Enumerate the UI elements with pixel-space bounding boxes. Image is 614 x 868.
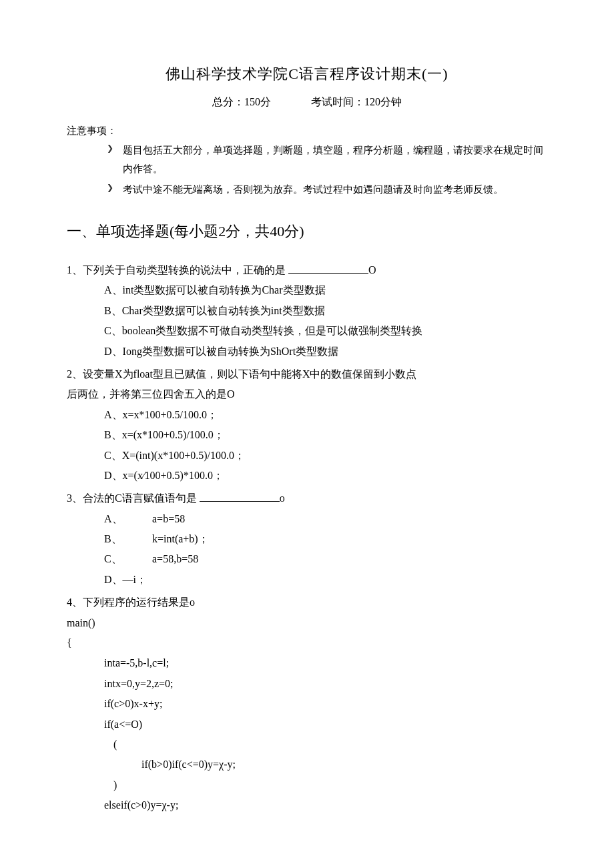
note-item: 题目包括五大部分，单项选择题，判断题，填空题，程序分析题，编程题，请按要求在规定… [107,141,547,179]
q2-options: A、x=x*100+0.5/100.0； B、x=(x*100+0.5)/100… [67,405,547,486]
q3-option-c: C、a=58,b=58 [104,549,547,569]
opt-label: A、 [104,509,152,529]
notes-list: 题目包括五大部分，单项选择题，判断题，填空题，程序分析题，编程题，请按要求在规定… [67,141,547,199]
q3-stem-pre: 3、合法的C语言赋值语句是 [67,492,200,504]
q1-stem-pre: 1、下列关于自动类型转换的说法中，正确的是 [67,264,288,276]
total-score: 总分：150分 [212,96,271,107]
section-heading: 一、单项选择题(每小题2分，共40分) [67,218,547,246]
q4-code-line: elseif(c>0)y=χ-y; [67,795,547,815]
exam-title: 佛山科学技术学院C语言程序设计期末(一) [67,60,547,88]
question-4: 4、下列程序的运行结果是o [67,592,547,612]
q2-option-a: A、x=x*100+0.5/100.0； [104,405,547,425]
opt-value: a=58,b=58 [152,553,198,564]
q3-stem-post: o [280,492,285,504]
q1-option-d: D、Iong类型数据可以被自动转换为ShOrt类型数据 [104,342,547,362]
q4-code-line: if(a<=O) [67,715,547,735]
q4-code-line: ( [67,735,547,755]
q3-option-a: A、a=b=58 [104,509,547,529]
blank [288,264,368,274]
q3-options: A、a=b=58 B、k=int(a+b)； C、a=58,b=58 D、—i； [67,509,547,590]
q3-option-d: D、—i； [104,570,547,590]
q2-option-b: B、x=(x*100+0.5)/100.0； [104,425,547,445]
exam-time: 考试时间：120分钟 [311,96,402,107]
q4-code-line: { [67,633,547,653]
q3-option-b: B、k=int(a+b)； [104,529,547,549]
q1-options: A、int类型数据可以被自动转换为Char类型数据 B、Char类型数据可以被自… [67,280,547,362]
q4-code-line: if(b>0)if(c<=0)y=χ-y; [67,755,547,775]
notes-label: 注意事项： [67,121,547,141]
opt-label: C、 [104,549,152,569]
opt-label: B、 [104,529,152,549]
question-3: 3、合法的C语言赋值语句是 o [67,488,547,508]
q1-option-c: C、boolean类型数据不可做自动类型转换，但是可以做强制类型转换 [104,321,547,341]
q4-code-line: inta=-5,b-l,c=l; [67,653,547,673]
question-2-line2: 后两位，并将第三位四舍五入的是O [67,384,547,404]
q1-option-a: A、int类型数据可以被自动转换为Char类型数据 [104,280,547,300]
q4-code-line: ) [67,775,547,795]
q1-stem-post: O [368,264,376,276]
q2-option-d: D、x=(x⁄100+0.5)*100.0； [104,466,547,486]
question-1: 1、下列关于自动类型转换的说法中，正确的是 O [67,260,547,280]
exam-subtitle: 总分：150分考试时间：120分钟 [67,92,547,112]
q4-code-line: intx=0,y=2,z=0; [67,674,547,694]
note-item: 考试中途不能无端离场，否则视为放弃。考试过程中如遇问题请及时向监考老师反馈。 [107,180,547,199]
q2-option-c: C、X=(int)(x*100+0.5)/100.0； [104,446,547,466]
q4-code-line: if(c>0)x-x+y; [67,694,547,714]
blank [200,492,280,502]
opt-value: a=b=58 [152,513,185,524]
q1-option-b: B、Char类型数据可以被自动转换为int类型数据 [104,301,547,321]
q4-code-line: main() [67,613,547,633]
question-2-line1: 2、设变量X为float型且已赋值，则以下语句中能将X中的数值保留到小数点 [67,364,547,384]
opt-value: k=int(a+b)； [152,533,209,544]
